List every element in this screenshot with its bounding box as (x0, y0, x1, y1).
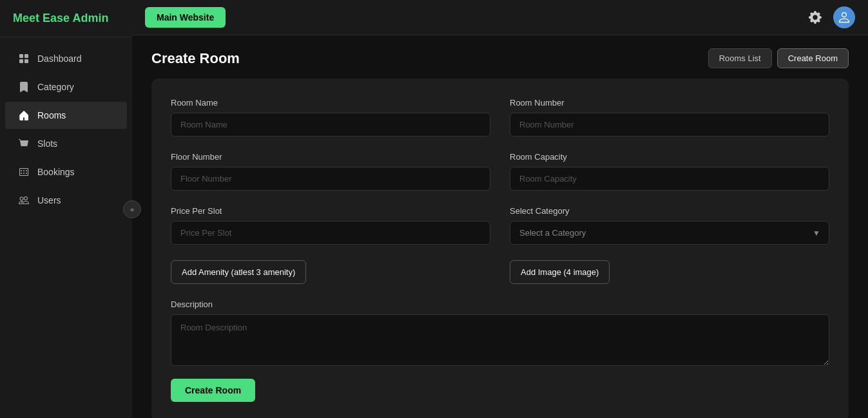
sidebar-bookings-label: Bookings (37, 167, 75, 177)
select-category-select[interactable]: Select a Category (510, 221, 829, 245)
form-row-3: Price Per Slot Select Category Select a … (171, 206, 829, 245)
grid-icon (18, 53, 30, 64)
room-name-group: Room Name (171, 98, 490, 137)
sidebar-users-label: Users (37, 195, 61, 205)
image-action-cell: Add Image (4 image) (510, 260, 829, 284)
add-amenity-button[interactable]: Add Amenity (atlest 3 amenity) (171, 260, 306, 284)
page-title: Create Room (151, 50, 240, 67)
floor-number-label: Floor Number (171, 152, 490, 162)
floor-number-input[interactable] (171, 167, 490, 191)
users-icon (18, 195, 30, 206)
create-room-header-button[interactable]: Create Room (777, 48, 849, 68)
description-group: Description (171, 299, 829, 366)
amenity-action-cell: Add Amenity (atlest 3 amenity) (171, 260, 490, 284)
bookings-icon (18, 166, 30, 178)
room-number-label: Room Number (510, 98, 829, 108)
room-name-input[interactable] (171, 113, 490, 137)
sidebar-category-label: Category (37, 82, 74, 92)
main-website-button[interactable]: Main Website (145, 7, 226, 28)
sidebar-dashboard-label: Dashboard (37, 53, 82, 64)
room-capacity-label: Room Capacity (510, 152, 829, 162)
form-row-2: Floor Number Room Capacity (171, 152, 829, 191)
sidebar-item-category[interactable]: Category (5, 73, 127, 100)
select-category-group: Select Category Select a Category ▼ (510, 206, 829, 245)
form-row-1: Room Name Room Number (171, 98, 829, 137)
bookmark-icon (18, 81, 30, 93)
settings-icon[interactable] (805, 7, 825, 28)
svg-rect-1 (24, 54, 28, 58)
sidebar-item-rooms[interactable]: Rooms (5, 102, 127, 129)
price-per-slot-input[interactable] (171, 221, 490, 245)
form-submit-row: Create Room (171, 379, 829, 402)
svg-rect-0 (19, 54, 23, 58)
room-name-label: Room Name (171, 98, 490, 108)
create-room-form: Room Name Room Number Floor Number Room … (151, 79, 849, 418)
sidebar-nav: Dashboard Category Rooms (0, 37, 132, 418)
home-icon (18, 109, 30, 121)
sidebar: Meet Ease Admin Dashboard Category (0, 0, 132, 418)
rooms-list-button[interactable]: Rooms List (708, 48, 772, 68)
add-image-button[interactable]: Add Image (4 image) (510, 260, 610, 284)
room-number-group: Room Number (510, 98, 829, 137)
main-content: Main Website Create Room Rooms List Crea… (132, 0, 868, 418)
create-room-submit-button[interactable]: Create Room (171, 379, 255, 402)
sidebar-slots-label: Slots (37, 138, 57, 149)
collapse-sidebar-button[interactable]: « (123, 200, 141, 218)
page-header: Create Room Rooms List Create Room (132, 35, 868, 79)
select-category-label: Select Category (510, 206, 829, 216)
price-per-slot-group: Price Per Slot (171, 206, 490, 245)
form-actions-row: Add Amenity (atlest 3 amenity) Add Image… (171, 260, 829, 284)
description-label: Description (171, 299, 829, 309)
sidebar-item-dashboard[interactable]: Dashboard (5, 45, 127, 72)
room-capacity-group: Room Capacity (510, 152, 829, 191)
sidebar-rooms-label: Rooms (37, 110, 66, 120)
header-actions: Rooms List Create Room (708, 48, 849, 68)
app-logo: Meet Ease Admin (0, 0, 132, 37)
floor-number-group: Floor Number (171, 152, 490, 191)
sidebar-item-bookings[interactable]: Bookings (5, 158, 127, 185)
sidebar-item-users[interactable]: Users (5, 187, 127, 214)
description-textarea[interactable] (171, 314, 829, 366)
slots-icon (18, 138, 30, 149)
price-per-slot-label: Price Per Slot (171, 206, 490, 216)
svg-rect-2 (19, 59, 23, 63)
room-number-input[interactable] (510, 113, 829, 137)
sidebar-item-slots[interactable]: Slots (5, 130, 127, 157)
room-capacity-input[interactable] (510, 167, 829, 191)
select-category-wrapper: Select a Category ▼ (510, 221, 829, 245)
topbar: Main Website (132, 0, 868, 35)
avatar[interactable] (833, 6, 855, 28)
svg-rect-3 (24, 59, 28, 63)
